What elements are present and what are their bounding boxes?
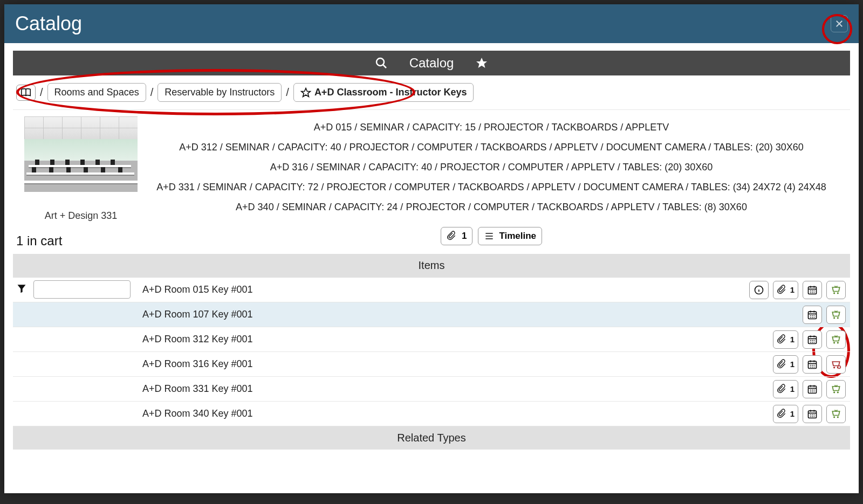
- room-description: A+D 340 / SEMINAR / CAPACITY: 24 / PROJE…: [236, 202, 747, 213]
- breadcrumb-label: A+D Classroom - Instructor Keys: [314, 87, 467, 98]
- items-section-header: Items: [13, 254, 850, 277]
- paperclip-icon: [777, 359, 787, 370]
- calendar-button[interactable]: [803, 405, 822, 423]
- cart-add-icon: [831, 309, 841, 320]
- calendar-icon: [807, 285, 818, 295]
- attachments-button[interactable]: 1: [773, 355, 798, 374]
- item-row[interactable]: A+D Room 015 Key #0011: [13, 278, 850, 302]
- search-icon: [375, 57, 388, 70]
- item-name: A+D Room 340 Key #001: [142, 408, 773, 419]
- breadcrumb-reservable[interactable]: Reservable by Instructors: [157, 83, 282, 102]
- modal-body: Catalog / Rooms and Spaces / Reservable …: [4, 43, 859, 493]
- breadcrumb-current[interactable]: A+D Classroom - Instructor Keys: [293, 83, 474, 102]
- detail-area: Art + Design 331 1 in cart A+D 015 / SEM…: [13, 110, 850, 254]
- cart-remove-icon: [831, 359, 841, 370]
- timeline-button[interactable]: Timeline: [478, 227, 542, 245]
- breadcrumb-label: Rooms and Spaces: [54, 87, 139, 98]
- room-description: A+D 015 / SEMINAR / CAPACITY: 15 / PROJE…: [314, 122, 669, 133]
- svg-point-0: [376, 58, 384, 66]
- room-description: A+D 312 / SEMINAR / CAPACITY: 40 / PROJE…: [179, 142, 804, 153]
- breadcrumb-sep: /: [39, 86, 44, 99]
- item-actions: 1: [773, 355, 846, 374]
- star-icon: [475, 57, 488, 70]
- cart-add-icon: [831, 384, 841, 395]
- item-row[interactable]: A+D Room 340 Key #0011: [13, 402, 850, 426]
- attachments-button[interactable]: 1: [441, 227, 472, 245]
- item-actions: 1: [773, 330, 846, 349]
- item-name: A+D Room 107 Key #001: [142, 309, 803, 320]
- calendar-icon: [807, 384, 818, 395]
- filter-icon: [16, 283, 27, 294]
- book-icon: [20, 87, 32, 99]
- calendar-button[interactable]: [803, 281, 822, 299]
- cart-count-line: 1 in cart: [16, 233, 62, 248]
- item-name: A+D Room 316 Key #001: [142, 358, 773, 370]
- calendar-button[interactable]: [803, 355, 822, 374]
- item-name: A+D Room 331 Key #001: [142, 383, 773, 395]
- add-to-cart-button[interactable]: [826, 281, 846, 299]
- paperclip-icon: [777, 409, 787, 419]
- calendar-button[interactable]: [803, 330, 822, 349]
- modal-header: Catalog: [4, 4, 859, 43]
- related-section-header: Related Types: [13, 426, 850, 450]
- filter-input[interactable]: [33, 280, 131, 299]
- attachments-button[interactable]: 1: [773, 281, 798, 299]
- room-thumbnail[interactable]: [24, 116, 138, 192]
- add-to-cart-button[interactable]: [826, 380, 846, 398]
- item-row[interactable]: A+D Room 331 Key #0011: [13, 377, 850, 402]
- calendar-icon: [807, 309, 818, 320]
- timeline-icon: [484, 231, 495, 241]
- attachments-button[interactable]: 1: [773, 405, 798, 423]
- attachments-count: 1: [462, 231, 467, 241]
- item-row[interactable]: A+D Room 107 Key #001: [13, 302, 850, 327]
- attachments-count: 1: [789, 335, 794, 344]
- timeline-label: Timeline: [499, 231, 536, 241]
- paperclip-icon: [777, 285, 787, 295]
- catalog-modal: Catalog Catalog / Rooms and Spaces /: [4, 4, 859, 493]
- item-actions: 1: [749, 281, 846, 299]
- add-to-cart-button[interactable]: [826, 306, 846, 324]
- catalog-root-button[interactable]: [16, 85, 36, 101]
- filter-row: [16, 280, 131, 299]
- thumbnail-column: Art + Design 331 1 in cart: [16, 116, 146, 248]
- info-button[interactable]: [749, 281, 769, 299]
- room-description: A+D 331 / SEMINAR / CAPACITY: 72 / PROJE…: [156, 182, 826, 193]
- item-actions: [803, 306, 846, 324]
- paperclip-icon: [447, 231, 457, 241]
- calendar-icon: [807, 334, 818, 345]
- favorites-button[interactable]: [475, 57, 488, 70]
- search-button[interactable]: [375, 57, 388, 70]
- items-table: A+D Room 015 Key #0011A+D Room 107 Key #…: [13, 277, 850, 426]
- attachments-count: 1: [789, 409, 794, 418]
- detail-actions: 1 Timeline: [441, 227, 542, 245]
- calendar-button[interactable]: [803, 306, 822, 324]
- item-name: A+D Room 015 Key #001: [142, 284, 749, 295]
- remove-from-cart-button[interactable]: [826, 355, 846, 374]
- breadcrumb-rooms-spaces[interactable]: Rooms and Spaces: [47, 83, 146, 102]
- info-icon: [754, 285, 764, 295]
- calendar-button[interactable]: [803, 380, 822, 398]
- toolbar-title: Catalog: [409, 56, 454, 71]
- cart-add-icon: [831, 409, 841, 419]
- item-row[interactable]: A+D Room 312 Key #0011: [13, 327, 850, 352]
- paperclip-icon: [777, 334, 787, 345]
- breadcrumb-label: Reservable by Instructors: [165, 87, 275, 98]
- thumbnail-caption: Art + Design 331: [45, 210, 118, 222]
- catalog-toolbar: Catalog: [13, 51, 850, 75]
- attachments-count: 1: [789, 360, 794, 369]
- attachments-button[interactable]: 1: [773, 380, 798, 398]
- breadcrumb-sep: /: [149, 86, 155, 99]
- attachments-button[interactable]: 1: [773, 330, 798, 349]
- cart-add-icon: [831, 334, 841, 345]
- calendar-icon: [807, 359, 818, 370]
- item-name: A+D Room 312 Key #001: [142, 334, 773, 345]
- room-description: A+D 316 / SEMINAR / CAPACITY: 40 / PROJE…: [270, 162, 713, 173]
- breadcrumb: / Rooms and Spaces / Reservable by Instr…: [13, 83, 850, 110]
- add-to-cart-button[interactable]: [826, 405, 846, 423]
- item-row[interactable]: A+D Room 316 Key #0011: [13, 352, 850, 377]
- close-button[interactable]: [831, 15, 848, 32]
- filter-button[interactable]: [16, 283, 27, 296]
- star-outline-icon: [300, 87, 311, 98]
- attachments-count: 1: [789, 384, 794, 393]
- add-to-cart-button[interactable]: [826, 330, 846, 349]
